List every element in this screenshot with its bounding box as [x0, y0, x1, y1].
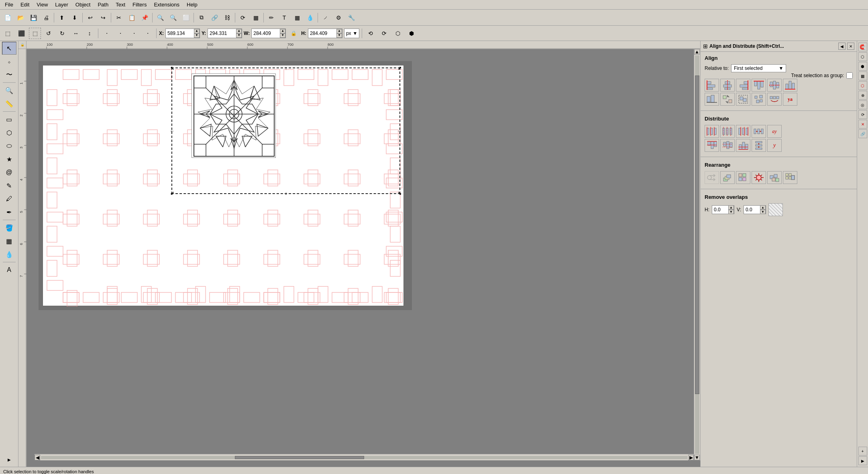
gradient-tool[interactable]: ▦	[2, 235, 16, 247]
h-spin-down[interactable]: ▼	[336, 33, 342, 38]
snap-btn7[interactable]: ◎	[858, 100, 867, 109]
scroll-down-btn[interactable]: ▼	[694, 455, 700, 460]
scroll-right-btn[interactable]: ▶	[688, 455, 694, 460]
align-left-sel-btn[interactable]: ⬝	[101, 28, 113, 39]
print-button[interactable]: 🖨	[40, 12, 52, 23]
w-spin-down[interactable]: ▼	[280, 33, 285, 38]
rotate-90-left-btn[interactable]: ↺	[43, 28, 55, 39]
panel-close-btn[interactable]: ✕	[847, 43, 854, 50]
rotate-90-right-btn[interactable]: ↻	[56, 28, 68, 39]
pen-tool[interactable]: 🖊	[2, 192, 16, 205]
overlap-v-spin-up[interactable]: ▲	[760, 205, 766, 210]
clone-button[interactable]: 🔗	[208, 12, 220, 23]
align-left-edges-btn[interactable]	[705, 79, 719, 92]
y-spin-down[interactable]: ▼	[236, 33, 242, 38]
select-same-btn[interactable]: ⬛	[15, 28, 27, 39]
menu-layer[interactable]: Layer	[52, 1, 71, 8]
menu-edit[interactable]: Edit	[17, 1, 33, 8]
align-button[interactable]: ▦	[250, 12, 262, 23]
select-all-btn[interactable]: ⬚	[2, 28, 14, 39]
redo-button[interactable]: ↪	[97, 12, 109, 23]
rubber-band-btn[interactable]: ⬚	[29, 28, 41, 39]
copy-button[interactable]: 📋	[126, 12, 138, 23]
align-sel-bounding-btn[interactable]	[736, 93, 750, 106]
align-center-v-btn[interactable]	[720, 79, 735, 92]
snap-btn5[interactable]: ⬡	[858, 81, 867, 90]
panel-minimize-btn[interactable]: ◀	[838, 43, 846, 50]
zoom-tool[interactable]: 🔍	[2, 84, 16, 97]
align-top-edges-btn[interactable]	[752, 79, 766, 92]
rearrange-arrange-btn[interactable]	[783, 171, 797, 184]
save-button[interactable]: 💾	[27, 12, 39, 23]
overlap-v-input[interactable]	[744, 206, 760, 214]
menu-filters[interactable]: Filters	[129, 1, 150, 8]
menu-object[interactable]: Object	[72, 1, 94, 8]
unlink-clone-button[interactable]: ⛓	[221, 12, 233, 23]
y-input[interactable]	[208, 29, 236, 38]
dist-left-edges-btn[interactable]	[705, 125, 719, 138]
paste-button[interactable]: 📌	[139, 12, 151, 23]
gradient-button[interactable]: ▦	[291, 12, 303, 23]
x-input[interactable]	[166, 29, 194, 38]
snap-btn6[interactable]: ⊕	[858, 91, 867, 100]
transform-button[interactable]: ⟳	[237, 12, 249, 23]
align-center-sel-btn[interactable]: ⬝	[114, 28, 126, 39]
snap-btn10[interactable]: 🔗	[858, 129, 867, 138]
vertical-scrollbar[interactable]: ▲ ▼	[694, 49, 700, 460]
prefs-button[interactable]: 🔧	[345, 12, 357, 23]
new-button[interactable]: 📄	[2, 12, 14, 23]
text-tool-button[interactable]: T	[278, 12, 290, 23]
treat-as-group-checkbox[interactable]	[846, 72, 853, 79]
text-tool[interactable]: A	[2, 264, 16, 276]
relative-to-dropdown[interactable]: First selected ▼	[731, 64, 786, 72]
overlap-h-spin-down[interactable]: ▼	[728, 210, 734, 214]
star-tool[interactable]: ★	[2, 153, 16, 165]
align-collect-btn[interactable]	[767, 93, 782, 106]
undo-button[interactable]: ↩	[84, 12, 96, 23]
h-input[interactable]	[308, 29, 336, 38]
dist-gaps-h-btn[interactable]	[752, 125, 766, 138]
align-text-btn[interactable]: ya	[783, 93, 797, 106]
page-down-btn[interactable]: ▶	[2, 453, 16, 466]
menu-extensions[interactable]: Extensions	[151, 1, 183, 8]
dist-gaps-v-btn[interactable]	[752, 139, 766, 152]
dist-text-baseline-btn[interactable]: ay	[767, 125, 782, 138]
align-bottom-edges-btn[interactable]	[783, 79, 797, 92]
snap-btn1[interactable]: 🧲	[858, 43, 867, 51]
ruler-corner-icon[interactable]: 🔒	[18, 41, 26, 49]
dist-text-y-btn[interactable]: y	[767, 139, 782, 152]
flip-h-btn[interactable]: ↔	[70, 28, 82, 39]
rearrange-explode-btn[interactable]	[752, 171, 766, 184]
document-props-button[interactable]: ⚙	[332, 12, 344, 23]
snap-btn3[interactable]: ⬢	[858, 62, 867, 71]
geometric-object[interactable]	[192, 74, 276, 158]
snap-btn9[interactable]: ✕	[858, 120, 867, 129]
overlap-remove-btn[interactable]	[768, 203, 783, 216]
menu-help[interactable]: Help	[183, 1, 201, 8]
rearrange-exchange-btn[interactable]	[705, 171, 719, 184]
zoom-out-button[interactable]: 🔍	[167, 12, 179, 23]
menu-text[interactable]: Text	[112, 1, 128, 8]
transform-opts-btn2[interactable]: ⟳	[378, 28, 390, 39]
scroll-up-btn[interactable]: ▲	[694, 49, 700, 55]
tweak-tool[interactable]: 〜	[2, 68, 16, 81]
align-right-sel-btn[interactable]: ⬝	[128, 28, 140, 39]
unit-dropdown[interactable]: px ▼	[344, 29, 360, 38]
y-spin-up[interactable]: ▲	[236, 29, 242, 33]
transform-opts-btn3[interactable]: ⬡	[392, 28, 404, 39]
cut-button[interactable]: ✂	[113, 12, 125, 23]
x-spin-down[interactable]: ▼	[194, 33, 200, 38]
flip-v-btn[interactable]: ↕	[84, 28, 96, 39]
pencil-tool[interactable]: ✎	[2, 179, 16, 192]
dist-bottom-edges-btn[interactable]	[736, 139, 750, 152]
transform-opts-btn4[interactable]: ⬢	[405, 28, 418, 39]
fr-more-btn[interactable]: ▶	[858, 456, 867, 465]
menu-view[interactable]: View	[33, 1, 51, 8]
rearrange-stack-btn[interactable]	[720, 171, 735, 184]
scroll-left-btn[interactable]: ◀	[35, 455, 40, 460]
node-editor-button[interactable]: ✏	[265, 12, 277, 23]
dropper-tool[interactable]: 💧	[2, 248, 16, 261]
menu-path[interactable]: Path	[94, 1, 112, 8]
node-tool[interactable]: ⬦	[2, 55, 16, 68]
dropper-button[interactable]: 💧	[304, 12, 316, 23]
